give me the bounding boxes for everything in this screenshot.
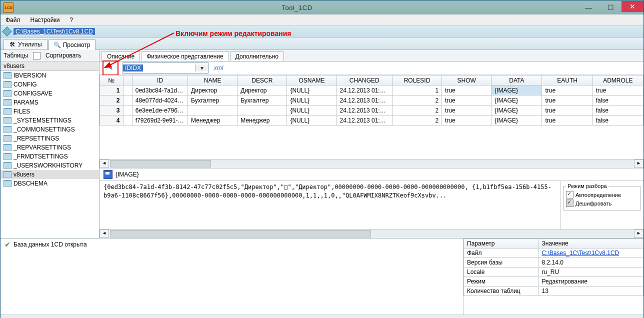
cell-num[interactable]: 3 <box>100 106 124 116</box>
cell-changed[interactable]: 24.12.2013 01:13... <box>336 96 392 106</box>
scroll-right-icon[interactable]: ► <box>638 316 644 318</box>
col-header[interactable]: DESCR <box>238 76 287 86</box>
detail-hscroll[interactable]: ◄ ► <box>100 229 644 238</box>
sidebar-item-files[interactable]: FILES <box>0 107 99 116</box>
cell-osname[interactable]: {NULL} <box>287 96 336 106</box>
bottom-hscroll[interactable]: ◄ ► <box>0 314 644 318</box>
menu-file[interactable]: Файл <box>4 16 22 24</box>
table-row[interactable]: 248e077dd-4024-4...БухгалтерБухгалтер{NU… <box>100 96 644 106</box>
auto-checkbox[interactable] <box>566 191 574 198</box>
col-header[interactable] <box>123 76 132 86</box>
cell-id[interactable]: 0ed3bc84-7a1d-4... <box>132 86 188 96</box>
col-header[interactable]: CHANGED <box>336 76 392 86</box>
cell-num[interactable]: 4 <box>100 116 124 126</box>
cell-mark[interactable] <box>123 96 132 106</box>
cell-data[interactable]: {IMAGE} <box>492 96 542 106</box>
sidebar-item-_repsettings[interactable]: _REPSETTINGS <box>0 134 99 143</box>
sidebar-item-_usersworkhistory[interactable]: _USERSWORKHISTORY <box>0 161 99 170</box>
cell-mark[interactable] <box>123 106 132 116</box>
minimize-button[interactable]: — <box>578 1 600 14</box>
cell-show[interactable]: true <box>442 116 492 126</box>
tab-utilities[interactable]: 🛠 Утилиты <box>4 39 48 50</box>
cell-rolesid[interactable]: 2 <box>392 106 442 116</box>
tab-view[interactable]: 🔍 Просмотр <box>48 40 96 50</box>
cell-data[interactable]: {IMAGE} <box>492 106 542 116</box>
col-header[interactable]: OSNAME <box>287 76 336 86</box>
menu-settings[interactable]: Настройки <box>28 16 62 24</box>
table-row[interactable]: 10ed3bc84-7a1d-4...ДиректорДиректор{NULL… <box>100 86 644 96</box>
cell-descr[interactable] <box>238 106 287 116</box>
sidebar-list[interactable]: IBVERSIONCONFIGCONFIGSAVEPARAMSFILES_SYS… <box>0 71 99 239</box>
cell-admrole[interactable]: false <box>592 116 643 126</box>
cell-osname[interactable]: {NULL} <box>287 116 336 126</box>
close-button[interactable]: ✕ <box>622 1 644 12</box>
info-value[interactable]: C:\Bases_1C\Test\1Cv8.1CD <box>538 248 643 258</box>
cell-mark[interactable] <box>123 86 132 96</box>
cell-name[interactable]: Бухгалтер <box>188 96 238 106</box>
cell-show[interactable]: true <box>442 96 492 106</box>
sidebar-item-dbschema[interactable]: DBSCHEMA <box>0 179 99 188</box>
cell-num[interactable]: 1 <box>100 86 124 96</box>
cell-eauth[interactable]: true <box>542 86 592 96</box>
cell-mark[interactable] <box>123 116 132 126</box>
cell-admrole[interactable]: false <box>592 96 643 106</box>
inner-tab-extra[interactable]: Дополнительно <box>230 52 284 61</box>
col-header[interactable]: ROLESID <box>392 76 442 86</box>
scroll-right-icon[interactable]: ► <box>634 230 644 238</box>
sidebar-item-_commonsettings[interactable]: _COMMONSETTINGS <box>0 125 99 134</box>
cell-name[interactable]: Менеджер <box>188 116 238 126</box>
cell-admrole[interactable]: true <box>592 86 643 96</box>
path-link[interactable]: C:\Bases_1C\Test\1Cv8.1CD <box>14 28 95 35</box>
col-header[interactable]: SHOW <box>442 76 492 86</box>
cell-changed[interactable]: 24.12.2013 01:13... <box>336 86 392 96</box>
col-header[interactable]: DATA <box>492 76 542 86</box>
cell-show[interactable]: true <box>442 106 492 116</box>
detail-text[interactable]: {0ed3bc84-7a1d-4f3b-8142-47c77c02f5c5,"Д… <box>100 181 560 229</box>
sidebar-item-v8users[interactable]: v8users <box>0 170 99 179</box>
cell-data[interactable]: {IMAGE} <box>492 86 542 96</box>
xml-button[interactable]: xml <box>212 62 224 74</box>
cell-data[interactable]: {IMAGE} <box>492 116 542 126</box>
table-row[interactable]: 4f79269d2-9e91-4...МенеджерМенеджер{NULL… <box>100 116 644 126</box>
col-header[interactable]: NAME <box>188 76 238 86</box>
sidebar-item-configsave[interactable]: CONFIGSAVE <box>0 89 99 98</box>
cell-id[interactable]: 48e077dd-4024-4... <box>132 96 188 106</box>
maximize-button[interactable]: ☐ <box>600 1 622 14</box>
sidebar-item-config[interactable]: CONFIG <box>0 80 99 89</box>
menu-help[interactable]: ? <box>68 16 75 24</box>
scroll-thumb[interactable] <box>110 230 371 238</box>
cell-osname[interactable]: {NULL} <box>287 106 336 116</box>
col-header[interactable]: EAUTH <box>542 76 592 86</box>
data-grid[interactable]: №IDNAMEDESCROSNAMECHANGEDROLESIDSHOWDATA… <box>100 75 644 126</box>
sidebar-item-params[interactable]: PARAMS <box>0 98 99 107</box>
decrypt-checkbox[interactable] <box>566 200 574 207</box>
scroll-thumb[interactable] <box>110 160 211 168</box>
cell-changed[interactable]: 24.12.2013 01:13... <box>336 116 392 126</box>
cell-osname[interactable]: {NULL} <box>287 86 336 96</box>
cell-descr[interactable]: Директор <box>238 86 287 96</box>
save-icon[interactable] <box>104 170 112 179</box>
cell-num[interactable]: 2 <box>100 96 124 106</box>
sort-checkbox[interactable] <box>33 52 40 60</box>
col-header[interactable]: ADMROLE <box>592 76 643 86</box>
scroll-left-icon[interactable]: ◄ <box>100 230 109 238</box>
cell-rolesid[interactable]: 2 <box>392 116 442 126</box>
cell-descr[interactable]: Менеджер <box>238 116 287 126</box>
sidebar-item-_frmdtsettings[interactable]: _FRMDTSETTINGS <box>0 152 99 161</box>
col-header[interactable]: № <box>100 76 124 86</box>
cell-rolesid[interactable]: 1 <box>392 86 442 96</box>
cell-name[interactable]: Директор <box>188 86 238 96</box>
sidebar-item-ibversion[interactable]: IBVERSION <box>0 71 99 80</box>
scroll-right-icon[interactable]: ► <box>634 160 644 168</box>
scroll-left-icon[interactable]: ◄ <box>100 160 109 168</box>
cell-rolesid[interactable]: 2 <box>392 96 442 106</box>
cell-changed[interactable]: 24.12.2013 01:13... <box>336 106 392 116</box>
cell-id[interactable]: 6e3ee1de-e796-4... <box>132 106 188 116</box>
cell-eauth[interactable]: true <box>542 116 592 126</box>
cell-descr[interactable]: Бухгалтер <box>238 96 287 106</box>
cell-show[interactable]: true <box>442 86 492 96</box>
cell-eauth[interactable]: true <box>542 96 592 106</box>
cell-name[interactable] <box>188 106 238 116</box>
cell-admrole[interactable]: false <box>592 106 643 116</box>
col-header[interactable]: ID <box>132 76 188 86</box>
